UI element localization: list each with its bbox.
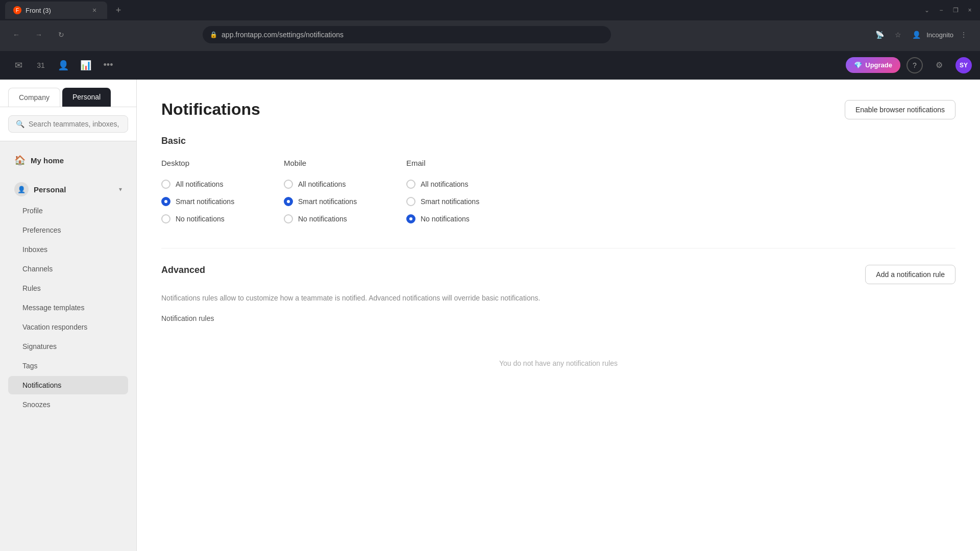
search-input[interactable] <box>29 120 120 128</box>
email-column-header: Email <box>406 159 529 176</box>
add-notification-rule-button[interactable]: Add a notification rule <box>865 265 955 284</box>
email-none-label: No notifications <box>421 215 470 223</box>
email-all-radio[interactable] <box>406 180 415 189</box>
incognito-label: Incognito <box>926 31 953 39</box>
enable-browser-notifications-button[interactable]: Enable browser notifications <box>845 100 955 119</box>
tab-close-button[interactable]: × <box>90 6 99 15</box>
desktop-all-radio[interactable] <box>161 180 170 189</box>
search-input-wrap[interactable]: 🔍 <box>8 115 128 133</box>
avatar[interactable]: SY <box>955 57 972 73</box>
content-area: Notifications Enable browser notificatio… <box>137 80 980 551</box>
sidebar-item-vacation-responders[interactable]: Vacation responders <box>8 318 128 336</box>
sidebar-item-my-home[interactable]: 🏠 My home <box>8 149 128 171</box>
page-title: Notifications <box>161 100 260 119</box>
help-icon[interactable]: ? <box>906 57 923 73</box>
sidebar-item-snoozes[interactable]: Snoozes <box>8 395 128 414</box>
analytics-icon[interactable]: 📊 <box>76 55 96 76</box>
mobile-smart-radio[interactable] <box>284 197 293 206</box>
desktop-smart-label: Smart notifications <box>176 197 234 206</box>
notification-rules-label: Notification rules <box>161 314 955 322</box>
window-close-button[interactable]: × <box>965 5 975 15</box>
sidebar-item-rules[interactable]: Rules <box>8 279 128 297</box>
refresh-button[interactable]: ↻ <box>53 27 69 43</box>
desktop-smart-radio[interactable] <box>161 197 170 206</box>
personal-section: 👤 Personal ▾ Profile Preferences Inboxes… <box>8 177 128 414</box>
mobile-no-notifications-option[interactable]: No notifications <box>284 210 406 228</box>
settings-sidebar: Company Personal 🔍 🏠 My home <box>0 80 137 551</box>
url-text: app.frontapp.com/settings/notifications <box>222 31 344 39</box>
mobile-all-radio[interactable] <box>284 180 293 189</box>
compose-icon[interactable]: ✉ <box>8 55 29 76</box>
mobile-none-label: No notifications <box>298 215 347 223</box>
sidebar-item-signatures[interactable]: Signatures <box>8 337 128 356</box>
mobile-none-radio[interactable] <box>284 214 293 223</box>
tab-favicon: F <box>13 6 21 14</box>
window-controls: ⌄ − ❐ × <box>922 5 975 15</box>
calendar-icon[interactable]: 31 <box>31 55 51 76</box>
sidebar-item-channels[interactable]: Channels <box>8 260 128 278</box>
personal-tab[interactable]: Personal <box>62 88 111 107</box>
menu-icon[interactable]: ⋮ <box>955 27 972 43</box>
sidebar-item-preferences[interactable]: Preferences <box>8 221 128 239</box>
tab-title: Front (3) <box>26 7 86 14</box>
desktop-none-label: No notifications <box>176 215 225 223</box>
mobile-column-header: Mobile <box>284 159 406 176</box>
advanced-description: Notifications rules allow to customize h… <box>161 294 549 302</box>
personal-section-title: Personal <box>34 185 114 194</box>
email-smart-notifications-option[interactable]: Smart notifications <box>406 193 529 210</box>
desktop-smart-notifications-option[interactable]: Smart notifications <box>161 193 284 210</box>
company-tab[interactable]: Company <box>8 88 60 107</box>
sidebar-item-tags[interactable]: Tags <box>8 357 128 375</box>
window-minimize-button[interactable]: − <box>936 5 946 15</box>
upgrade-button[interactable]: 💎 Upgrade <box>846 57 900 73</box>
empty-rules-message: You do not have any notification rules <box>161 329 955 398</box>
advanced-section-header: Advanced Add a notification rule <box>161 265 955 288</box>
sidebar-item-notifications[interactable]: Notifications <box>8 376 128 394</box>
email-smart-label: Smart notifications <box>421 197 479 206</box>
app-icons-left: ✉ 31 👤 📊 ••• <box>8 55 118 76</box>
browser-toolbar-right: 📡 ☆ 👤 Incognito ⋮ <box>871 27 972 43</box>
mobile-smart-notifications-option[interactable]: Smart notifications <box>284 193 406 210</box>
cast-icon[interactable]: 📡 <box>871 27 888 43</box>
personal-section-header[interactable]: 👤 Personal ▾ <box>8 177 128 202</box>
window-down-button[interactable]: ⌄ <box>922 5 932 15</box>
search-icon: 🔍 <box>16 120 24 128</box>
app-topbar-right: 💎 Upgrade ? ⚙ SY <box>846 55 972 76</box>
email-smart-radio[interactable] <box>406 197 415 206</box>
email-all-label: All notifications <box>421 180 468 188</box>
more-icon[interactable]: ••• <box>98 55 118 76</box>
email-no-notifications-option[interactable]: No notifications <box>406 210 529 228</box>
mobile-smart-label: Smart notifications <box>298 197 357 206</box>
new-tab-button[interactable]: + <box>111 3 126 17</box>
desktop-all-notifications-option[interactable]: All notifications <box>161 176 284 193</box>
email-all-notifications-option[interactable]: All notifications <box>406 176 529 193</box>
page-header: Notifications Enable browser notificatio… <box>161 100 955 119</box>
mobile-all-notifications-option[interactable]: All notifications <box>284 176 406 193</box>
forward-button[interactable]: → <box>31 27 47 43</box>
sidebar-item-inboxes[interactable]: Inboxes <box>8 240 128 259</box>
basic-section-title: Basic <box>161 136 955 146</box>
settings-tabs: Company Personal <box>0 80 136 107</box>
advanced-section: Advanced Add a notification rule Notific… <box>161 248 955 398</box>
home-icon: 🏠 <box>14 155 26 166</box>
window-maximize-button[interactable]: ❐ <box>950 5 961 15</box>
profile-icon[interactable]: 👤 <box>908 27 924 43</box>
back-button[interactable]: ← <box>8 27 24 43</box>
desktop-none-radio[interactable] <box>161 214 170 223</box>
email-none-radio[interactable] <box>406 214 415 223</box>
desktop-all-label: All notifications <box>176 180 223 188</box>
my-home-label: My home <box>31 156 64 165</box>
address-bar[interactable]: 🔒 app.frontapp.com/settings/notification… <box>203 26 611 43</box>
browser-tab[interactable]: F Front (3) × <box>5 2 107 19</box>
sidebar-item-profile[interactable]: Profile <box>8 202 128 220</box>
sidebar-item-message-templates[interactable]: Message templates <box>8 298 128 317</box>
settings-icon[interactable]: ⚙ <box>929 55 949 76</box>
contacts-icon[interactable]: 👤 <box>53 55 74 76</box>
chevron-down-icon: ▾ <box>119 186 122 193</box>
bookmark-icon[interactable]: ☆ <box>890 27 906 43</box>
desktop-column-header: Desktop <box>161 159 284 176</box>
notification-grid: Desktop Mobile Email All notifications A… <box>161 159 955 228</box>
gem-icon: 💎 <box>854 61 862 69</box>
desktop-no-notifications-option[interactable]: No notifications <box>161 210 284 228</box>
lock-icon: 🔒 <box>210 31 217 38</box>
